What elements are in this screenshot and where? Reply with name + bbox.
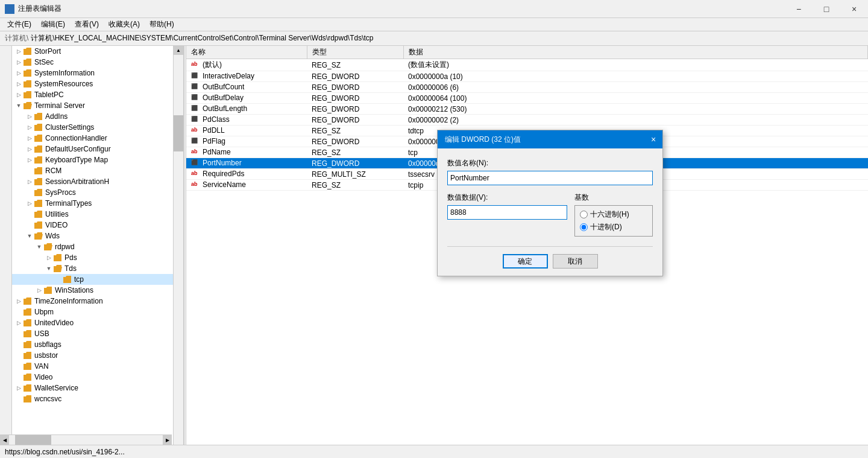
radio-dec[interactable] bbox=[580, 223, 588, 231]
ok-button[interactable]: 确定 bbox=[503, 254, 548, 269]
radio-dec-label[interactable]: 十进制(D) bbox=[580, 222, 647, 232]
base-section: 基数 十六进制(H) 十进制(D) bbox=[574, 192, 653, 237]
dialog-overlay: 编辑 DWORD (32 位)值 × 数值名称(N): 数值数据(V): 基数 … bbox=[0, 0, 868, 458]
value-data-input[interactable] bbox=[447, 205, 567, 220]
value-data-label: 数值数据(V): bbox=[447, 192, 567, 203]
dialog-buttons: 确定 取消 bbox=[447, 246, 653, 269]
value-name-label: 数值名称(N): bbox=[447, 158, 653, 168]
dialog-body: 数值名称(N): 数值数据(V): 基数 十六进制(H) bbox=[438, 148, 662, 276]
base-label: 基数 bbox=[574, 192, 653, 203]
radio-group: 十六进制(H) 十进制(D) bbox=[574, 205, 653, 237]
dialog-row: 数值数据(V): 基数 十六进制(H) 十进制(D) bbox=[447, 192, 653, 237]
radio-dec-text: 十进制(D) bbox=[590, 222, 622, 232]
edit-dword-dialog: 编辑 DWORD (32 位)值 × 数值名称(N): 数值数据(V): 基数 … bbox=[437, 130, 663, 276]
value-name-input[interactable] bbox=[447, 171, 653, 185]
dialog-close-button[interactable]: × bbox=[647, 133, 660, 146]
radio-hex-label[interactable]: 十六进制(H) bbox=[580, 209, 647, 220]
dialog-title-bar: 编辑 DWORD (32 位)值 × bbox=[438, 130, 662, 148]
radio-hex-text: 十六进制(H) bbox=[590, 209, 629, 220]
radio-hex[interactable] bbox=[580, 211, 588, 218]
dialog-title: 编辑 DWORD (32 位)值 bbox=[445, 135, 521, 145]
cancel-button[interactable]: 取消 bbox=[553, 254, 598, 269]
value-data-section: 数值数据(V): bbox=[447, 192, 567, 220]
